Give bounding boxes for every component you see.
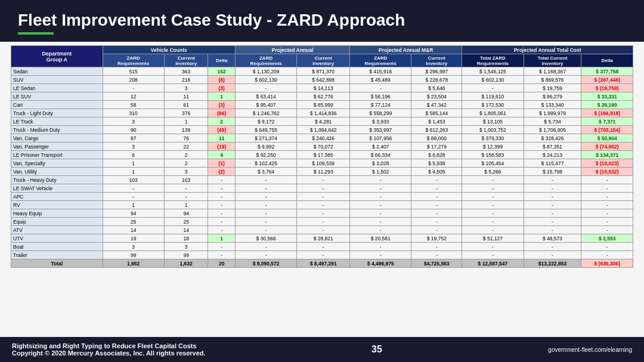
- data-cell: -: [411, 209, 462, 218]
- data-cell: $ 1,414,836: [297, 109, 350, 117]
- data-cell: $ 77,124: [350, 101, 411, 109]
- data-cell: -: [462, 176, 524, 184]
- asset-type-cell: Truck - Medium Duty: [11, 126, 103, 134]
- data-cell: -: [235, 84, 296, 92]
- data-cell: 19: [103, 234, 164, 243]
- data-cell: $ 642,898: [297, 76, 350, 84]
- data-cell: $ 3,028: [350, 159, 411, 168]
- table-row: Sedan515363152$ 1,130,209$ 871,370$ 415,…: [11, 67, 633, 76]
- asset-type-cell: Van, Utility: [11, 168, 103, 176]
- data-cell: -: [524, 251, 581, 259]
- total-cell: $4,725,563: [411, 259, 462, 268]
- data-cell: -: [581, 226, 633, 234]
- total-cell: $ 8,090,572: [235, 259, 296, 268]
- table-row: Van, Passenger322(19)$ 9,992$ 70,072$ 2,…: [11, 143, 633, 151]
- data-cell: $ 240,426: [297, 134, 350, 143]
- data-cell: $ 9,172: [235, 117, 296, 126]
- asset-type-cell: RV: [11, 201, 103, 209]
- data-cell: (49): [208, 126, 235, 134]
- data-cell: 61: [164, 101, 208, 109]
- data-cell: 14: [164, 226, 208, 234]
- asset-type-cell: LE SWAT Vehicle: [11, 184, 103, 193]
- data-cell: $ 86,279: [524, 92, 581, 101]
- asset-type-cell: Van, Passenger: [11, 143, 103, 151]
- asset-type-cell: LE Sedan: [11, 84, 103, 92]
- data-cell: $ 66,334: [350, 151, 411, 159]
- asset-type-cell: Trailer: [11, 251, 103, 259]
- data-cell: 216: [164, 76, 208, 84]
- data-cell: 152: [208, 67, 235, 76]
- data-cell: $ 1,502: [350, 168, 411, 176]
- data-cell: $ 226,678: [411, 76, 462, 84]
- table-row: ATV1414--------: [11, 226, 633, 234]
- data-cell: $ 92,250: [235, 151, 296, 159]
- data-cell: $ 119,610: [462, 92, 524, 101]
- table-row: Cart5861(3)$ 95,407$ 85,999$ 77,124$ 47,…: [11, 101, 633, 109]
- data-cell: -: [235, 184, 296, 193]
- data-cell: (66): [208, 109, 235, 117]
- data-cell: -: [103, 84, 164, 92]
- data-cell: -: [350, 84, 411, 92]
- data-cell: -: [297, 176, 350, 184]
- data-cell: $ 12,399: [462, 143, 524, 151]
- data-cell: $ 17,279: [411, 143, 462, 151]
- data-cell: 2: [164, 151, 208, 159]
- data-cell: $ 871,370: [297, 67, 350, 76]
- data-cell: $ (267,446): [581, 76, 633, 84]
- data-cell: -: [411, 243, 462, 251]
- data-cell: $ (19,759): [581, 84, 633, 92]
- data-cell: $ 134,371: [581, 151, 633, 159]
- data-cell: $ 5,734: [524, 117, 581, 126]
- data-cell: 1: [103, 201, 164, 209]
- data-cell: -: [581, 201, 633, 209]
- asset-type-cell: Equip: [11, 218, 103, 226]
- data-cell: -: [235, 226, 296, 234]
- data-cell: $ 19,752: [411, 234, 462, 243]
- sub-mar-curr: CurrentInventory: [411, 54, 462, 67]
- data-cell: 25: [103, 218, 164, 226]
- data-cell: (2): [208, 168, 235, 176]
- data-cell: $ 1,130,209: [235, 67, 296, 76]
- table-row: Truck - Heavy Duty103103--------: [11, 176, 633, 184]
- data-cell: -: [350, 176, 411, 184]
- header-accent: [18, 32, 54, 35]
- col-header-total: Projected Annual Total Cost: [462, 46, 633, 54]
- data-cell: $ 415,916: [350, 67, 411, 76]
- data-cell: -: [208, 184, 235, 193]
- table-row: Boat33--------: [11, 243, 633, 251]
- data-cell: $ 63,414: [235, 92, 296, 101]
- data-cell: 58: [103, 101, 164, 109]
- data-cell: -: [208, 201, 235, 209]
- data-cell: -: [524, 218, 581, 226]
- data-cell: 90: [103, 126, 164, 134]
- asset-type-cell: LE Prisoner Transport: [11, 151, 103, 159]
- data-cell: -: [235, 243, 296, 251]
- data-cell: $ 869,576: [524, 76, 581, 84]
- data-cell: $ 602,130: [462, 76, 524, 84]
- sub-mar-zard: ZARDRequirements: [350, 54, 411, 67]
- data-cell: $ 353,997: [350, 126, 411, 134]
- data-cell: 94: [164, 209, 208, 218]
- data-cell: (8): [208, 76, 235, 84]
- data-cell: -: [581, 243, 633, 251]
- data-cell: $ (10,532): [581, 168, 633, 176]
- data-cell: 18: [164, 234, 208, 243]
- data-cell: $ 56,196: [350, 92, 411, 101]
- data-cell: $ 7,371: [581, 117, 633, 126]
- data-cell: $ 28,821: [297, 234, 350, 243]
- total-row: Total1,6521,63220$ 8,090,572$ 8,497,291$…: [11, 259, 633, 268]
- data-cell: -: [208, 226, 235, 234]
- data-cell: $ 95,407: [235, 101, 296, 109]
- footer-left: Rightsizing and Right Typing to Reduce F…: [12, 342, 206, 357]
- asset-type-cell: SUV: [11, 76, 103, 84]
- data-cell: -: [208, 218, 235, 226]
- col-header-projected: Projected Annual: [235, 46, 349, 54]
- data-cell: $ 3,764: [235, 168, 296, 176]
- table-row: RV11--------: [11, 201, 633, 209]
- data-cell: -: [208, 176, 235, 184]
- data-cell: -: [164, 184, 208, 193]
- data-cell: (1): [208, 159, 235, 168]
- data-cell: 376: [164, 109, 208, 117]
- data-cell: -: [462, 251, 524, 259]
- table-row: Truck - Medium Duty90139(49)$ 649,755$ 1…: [11, 126, 633, 134]
